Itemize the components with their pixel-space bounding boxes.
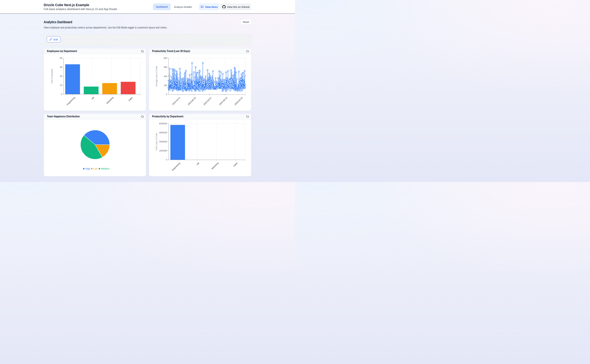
svg-text:30: 30 (60, 75, 62, 78)
svg-text:Total Lines of Code: Total Lines of Code (155, 133, 158, 150)
svg-text:2026-03-23: 2026-03-23 (234, 97, 243, 106)
svg-text:0: 0 (166, 93, 167, 96)
svg-text:Medium: Medium (101, 167, 110, 170)
svg-text:0: 0 (166, 159, 167, 161)
svg-text:45: 45 (60, 66, 62, 68)
svg-text:0: 0 (61, 93, 62, 96)
svg-text:Engineering: Engineering (66, 96, 75, 106)
svg-text:600: 600 (164, 57, 167, 59)
svg-text:4500000: 4500000 (159, 131, 167, 134)
svg-text:6000000: 6000000 (159, 123, 167, 125)
svg-text:Low: Low (93, 167, 98, 170)
svg-text:300: 300 (164, 75, 167, 78)
svg-text:Sales: Sales (128, 96, 133, 102)
svg-text:150: 150 (164, 84, 167, 87)
svg-text:2025-03-07: 2025-03-07 (203, 97, 212, 106)
svg-text:High: High (85, 167, 90, 170)
svg-text:Marketing: Marketing (106, 96, 114, 104)
svg-text:2024-04-11: 2024-04-11 (172, 97, 181, 106)
svg-text:Sales: Sales (233, 162, 238, 167)
svg-text:Engineering: Engineering (171, 162, 181, 171)
svg-text:HR: HR (91, 96, 95, 100)
svg-text:Average Lines of Code: Average Lines of Code (155, 66, 158, 87)
svg-text:450: 450 (164, 66, 167, 68)
svg-text:2025-08-19: 2025-08-19 (219, 97, 228, 106)
svg-text:Total Employees: Total Employees (51, 69, 53, 84)
svg-text:3000000: 3000000 (159, 141, 167, 143)
svg-text:HR: HR (196, 162, 200, 166)
svg-text:1500000: 1500000 (159, 150, 167, 152)
svg-text:Marketing: Marketing (211, 162, 219, 170)
svg-text:60: 60 (60, 57, 62, 59)
svg-text:15: 15 (60, 84, 62, 86)
svg-text:2024-09-19: 2024-09-19 (187, 97, 197, 106)
